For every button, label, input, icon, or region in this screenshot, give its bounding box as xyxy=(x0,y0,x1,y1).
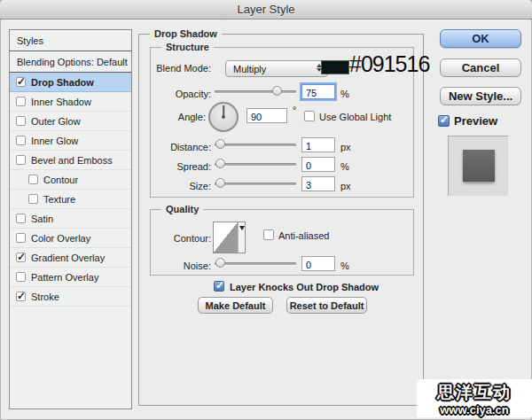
spread-slider[interactable] xyxy=(215,159,296,169)
color-annotation: #091516 xyxy=(349,51,429,77)
spread-input[interactable] xyxy=(301,157,335,172)
new-style-button[interactable]: New Style... xyxy=(440,87,521,105)
watermark: 思洋互动 www.ciya.cn xyxy=(417,379,532,417)
layer-knockout-checkbox[interactable] xyxy=(214,281,224,292)
opacity-slider[interactable] xyxy=(215,86,296,97)
structure-group: Structure Blend Mode: Multiply #091516 O… xyxy=(150,47,414,198)
distance-slider[interactable] xyxy=(215,139,296,150)
sidebar-item-bevel-and-emboss[interactable]: Bevel and Emboss xyxy=(10,151,131,170)
title-bar[interactable]: Layer Style xyxy=(0,0,532,19)
noise-unit: % xyxy=(340,261,349,271)
distance-unit: px xyxy=(340,142,351,152)
spread-label: Spread: xyxy=(151,161,211,172)
sidebar-item-blending-options[interactable]: Blending Options: Default xyxy=(10,51,131,73)
size-slider-thumb[interactable] xyxy=(215,178,225,188)
inner-shadow-checkbox[interactable] xyxy=(16,97,26,106)
angle-input[interactable] xyxy=(246,108,287,123)
preview-swatch xyxy=(463,150,495,182)
spread-unit: % xyxy=(340,161,349,172)
size-label: Size: xyxy=(151,181,211,191)
opacity-unit: % xyxy=(340,89,349,99)
gradient-overlay-checkbox[interactable] xyxy=(16,253,26,262)
quality-title: Quality xyxy=(161,204,203,214)
preview-toggle[interactable]: Preview xyxy=(438,114,497,128)
sidebar-item-color-overlay[interactable]: Color Overlay xyxy=(10,229,131,248)
sidebar-item-drop-shadow[interactable]: Drop Shadow xyxy=(10,73,131,92)
size-slider[interactable] xyxy=(215,178,296,189)
use-global-light-checkbox[interactable] xyxy=(304,111,315,121)
preview-label: Preview xyxy=(454,114,497,128)
opacity-label: Opacity: xyxy=(151,89,211,99)
panel-title: Drop Shadow xyxy=(150,28,222,39)
pattern-overlay-checkbox[interactable] xyxy=(16,272,26,282)
drop-shadow-checkbox[interactable] xyxy=(16,77,26,87)
anti-aliased-label: Anti-aliased xyxy=(278,230,329,241)
reset-to-default-button[interactable]: Reset to Default xyxy=(286,297,367,314)
bevel-emboss-checkbox[interactable] xyxy=(16,155,26,165)
distance-slider-thumb[interactable] xyxy=(215,139,225,149)
size-input[interactable] xyxy=(301,176,335,191)
contour-picker[interactable] xyxy=(213,222,246,253)
spread-slider-thumb[interactable] xyxy=(215,159,225,168)
contour-thumbnail xyxy=(214,222,238,253)
quality-group: Quality Contour: Anti-aliased Noise: % xyxy=(150,209,414,276)
layer-knockout-label: Layer Knocks Out Drop Shadow xyxy=(230,282,379,292)
blend-mode-label: Blend Mode: xyxy=(151,63,211,74)
opacity-input[interactable] xyxy=(301,84,335,99)
ok-button[interactable]: OK xyxy=(440,29,521,48)
contour-dropdown-icon[interactable] xyxy=(238,222,245,253)
opacity-slider-thumb[interactable] xyxy=(272,86,282,96)
noise-slider-thumb[interactable] xyxy=(215,258,225,268)
make-default-button[interactable]: Make Default xyxy=(198,297,273,314)
styles-sidebar: Styles Blending Options: Default Drop Sh… xyxy=(9,29,132,409)
style-preview-thumbnail xyxy=(448,136,508,196)
inner-glow-checkbox[interactable] xyxy=(16,136,26,145)
watermark-url: www.ciya.cn xyxy=(440,403,509,416)
anti-aliased-checkbox[interactable] xyxy=(263,229,274,240)
contour-checkbox[interactable] xyxy=(28,175,38,184)
noise-label: Noise: xyxy=(151,261,211,271)
sidebar-item-stroke[interactable]: Stroke xyxy=(10,287,131,307)
sidebar-item-pattern-overlay[interactable]: Pattern Overlay xyxy=(10,268,131,287)
structure-title: Structure xyxy=(161,42,214,52)
angle-label: Angle: xyxy=(145,112,206,122)
use-global-light-label: Use Global Light xyxy=(319,112,391,122)
contour-label: Contour: xyxy=(151,233,211,244)
texture-checkbox[interactable] xyxy=(28,194,38,204)
angle-dial[interactable] xyxy=(208,102,239,132)
sidebar-item-inner-glow[interactable]: Inner Glow xyxy=(10,131,131,151)
sidebar-item-contour[interactable]: Contour xyxy=(10,170,131,190)
distance-label: Distance: xyxy=(151,142,211,152)
distance-input[interactable] xyxy=(301,137,335,152)
outer-glow-checkbox[interactable] xyxy=(16,116,26,126)
sidebar-item-outer-glow[interactable]: Outer Glow xyxy=(10,112,131,131)
drop-shadow-panel: Drop Shadow Structure Blend Mode: Multip… xyxy=(138,34,424,406)
sidebar-item-satin[interactable]: Satin xyxy=(10,209,131,229)
size-unit: px xyxy=(340,181,351,191)
window-title: Layer Style xyxy=(237,3,294,16)
stroke-checkbox[interactable] xyxy=(16,292,26,301)
cancel-button[interactable]: Cancel xyxy=(440,58,521,77)
satin-checkbox[interactable] xyxy=(16,214,26,223)
sidebar-item-texture[interactable]: Texture xyxy=(10,190,131,209)
noise-input[interactable] xyxy=(301,256,335,271)
blend-mode-select[interactable]: Multiply xyxy=(225,60,328,77)
sidebar-header-styles: Styles xyxy=(10,30,131,51)
sidebar-item-inner-shadow[interactable]: Inner Shadow xyxy=(10,92,131,112)
noise-slider[interactable] xyxy=(215,258,296,268)
color-overlay-checkbox[interactable] xyxy=(16,233,26,243)
sidebar-item-gradient-overlay[interactable]: Gradient Overlay xyxy=(10,248,131,268)
angle-unit: ° xyxy=(293,105,296,115)
layer-style-dialog: Layer Style Styles Blending Options: Def… xyxy=(0,0,532,420)
shadow-color-swatch[interactable] xyxy=(321,60,349,74)
watermark-text: 思洋互动 xyxy=(437,381,512,404)
preview-checkbox[interactable] xyxy=(438,115,450,127)
